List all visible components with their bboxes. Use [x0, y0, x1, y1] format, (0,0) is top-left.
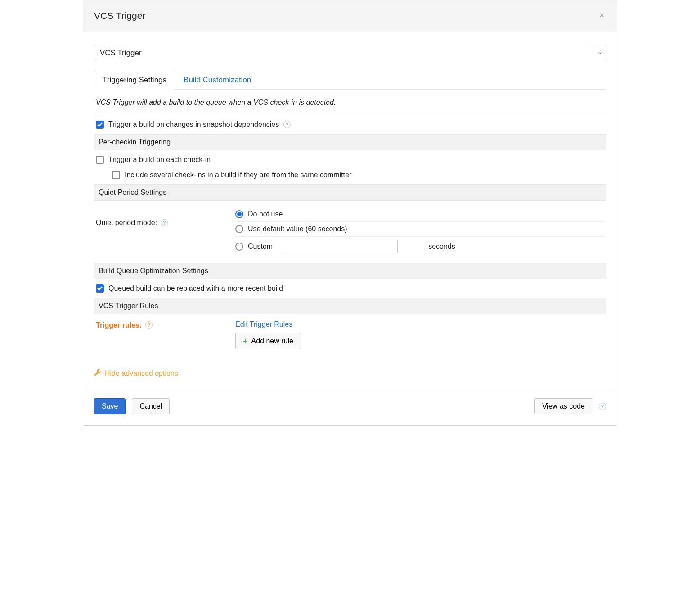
trigger-type-select[interactable]: VCS Trigger: [94, 45, 606, 61]
trigger-rules-content: Edit Trigger Rules + Add new rule: [235, 320, 604, 349]
tabs: Triggering Settings Build Customization: [94, 70, 606, 90]
radio-custom-row: Custom seconds: [235, 237, 604, 256]
checkbox-same-committer[interactable]: [112, 171, 120, 179]
add-new-rule-button[interactable]: + Add new rule: [235, 333, 301, 349]
checkbox-queue-replace[interactable]: [96, 284, 104, 292]
option-label: Include several check-ins in a build if …: [125, 171, 351, 179]
chevron-down-icon: [593, 45, 606, 61]
radio-label: Custom: [248, 243, 273, 251]
checkbox-snapshot-deps[interactable]: [96, 121, 104, 129]
radio-do-not-use[interactable]: [235, 210, 243, 218]
select-value: VCS Trigger: [94, 45, 593, 61]
dialog-footer: Save Cancel View as code ?: [83, 389, 617, 425]
trigger-rules-field: Trigger rules: ? Edit Trigger Rules + Ad…: [94, 314, 606, 358]
view-as-code-button[interactable]: View as code: [534, 398, 592, 414]
custom-seconds-input[interactable]: [281, 240, 398, 253]
dialog-body: VCS Trigger Triggering Settings Build Cu…: [83, 32, 617, 389]
quiet-period-options: Do not use Use default value (60 seconds…: [235, 207, 604, 256]
quiet-period-label: Quiet period mode: ?: [96, 207, 235, 227]
hide-advanced-options-toggle[interactable]: Hide advanced options: [94, 358, 606, 382]
plus-icon: +: [243, 337, 248, 345]
section-vcs-rules: VCS Trigger Rules: [94, 298, 606, 314]
radio-use-default[interactable]: [235, 225, 243, 233]
radio-do-not-use-row: Do not use: [235, 207, 604, 222]
tab-build-customization[interactable]: Build Customization: [175, 71, 260, 90]
radio-custom[interactable]: [235, 243, 243, 251]
option-label: Trigger a build on each check-in: [108, 156, 211, 164]
save-button[interactable]: Save: [94, 398, 126, 414]
dialog-title: VCS Trigger: [94, 10, 145, 21]
option-snapshot-deps-row: Trigger a build on changes in snapshot d…: [94, 115, 606, 134]
help-icon[interactable]: ?: [145, 321, 153, 328]
section-per-checkin: Per-checkin Triggering: [94, 134, 606, 150]
dialog-header: VCS Trigger ×: [83, 0, 617, 32]
option-each-checkin-row: Trigger a build on each check-in: [94, 150, 606, 169]
trigger-description: VCS Trigger will add a build to the queu…: [94, 97, 606, 115]
radio-label: Use default value (60 seconds): [248, 225, 347, 233]
wrench-icon: [94, 369, 101, 378]
footer-right: View as code ?: [534, 398, 606, 414]
help-icon[interactable]: ?: [599, 403, 606, 410]
option-same-committer-row: Include several check-ins in a build if …: [94, 169, 606, 184]
trigger-rules-label: Trigger rules: ?: [96, 320, 231, 349]
help-icon[interactable]: ?: [283, 121, 291, 128]
checkbox-each-checkin[interactable]: [96, 156, 104, 164]
section-quiet-period: Quiet Period Settings: [94, 184, 606, 201]
vcs-trigger-dialog: VCS Trigger × VCS Trigger Triggering Set…: [83, 0, 617, 426]
cancel-button[interactable]: Cancel: [132, 398, 170, 414]
radio-label: Do not use: [248, 210, 283, 218]
help-icon[interactable]: ?: [161, 219, 168, 226]
footer-left: Save Cancel: [94, 398, 170, 414]
seconds-label: seconds: [428, 243, 455, 251]
radio-use-default-row: Use default value (60 seconds): [235, 222, 604, 237]
option-queue-replace-row: Queued build can be replaced with a more…: [94, 279, 606, 298]
option-label: Trigger a build on changes in snapshot d…: [108, 121, 279, 129]
section-build-queue: Build Queue Optimization Settings: [94, 263, 606, 279]
tab-triggering-settings[interactable]: Triggering Settings: [94, 71, 175, 90]
close-icon[interactable]: ×: [597, 10, 606, 20]
edit-trigger-rules-link[interactable]: Edit Trigger Rules: [235, 320, 604, 328]
option-label: Queued build can be replaced with a more…: [108, 284, 283, 292]
quiet-period-field: Quiet period mode: ? Do not use Use defa…: [94, 201, 606, 263]
